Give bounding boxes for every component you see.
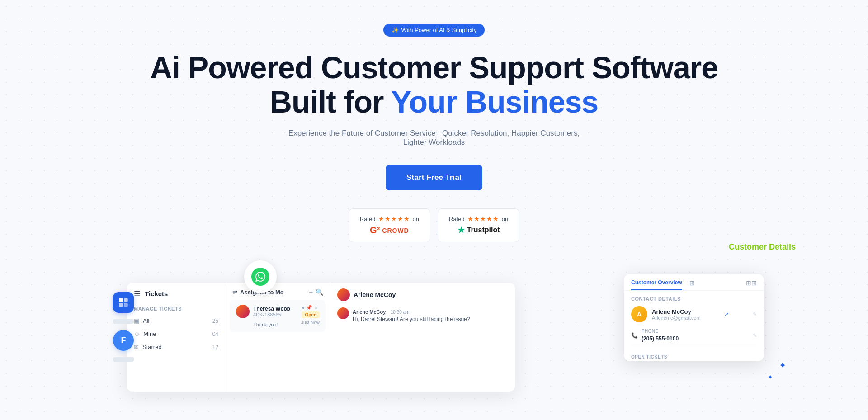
chat-message: Arlene McCoy 10:30 am Hi, Darrel Steward… (337, 307, 508, 323)
phone-field-left: 📞 PHONE (205) 555-0100 (631, 329, 679, 342)
contact-person-name: Arlene McCoy (652, 308, 701, 315)
sparkle-icon-1: ✦ (779, 360, 787, 371)
customer-tab-icon-1[interactable]: ⊞ (689, 279, 695, 290)
ticket-status-badge: Open (302, 311, 320, 318)
contact-details-section: Contact Details A Arlene McCoy Arlenemc@… (624, 291, 764, 351)
g2-rating-top: Rated ★★★★★ on (360, 215, 419, 222)
nav-all-label: All (143, 317, 149, 324)
chat-msg-text: Hi, Darrel Steward! Are you still facing… (353, 316, 508, 323)
app-icon-container: F (113, 292, 134, 362)
contact-person-email: Arlenemc@gmail.com (652, 315, 701, 321)
trustpilot-rating-top: Rated ★★★★★ on (449, 215, 508, 222)
add-icon[interactable]: + (309, 288, 313, 296)
customer-details-annotation: Customer Details (729, 242, 796, 252)
ui-preview-section: F ☰ Tickets Manage Tickets (0, 269, 868, 396)
hero-subtitle: Experience the Future of Customer Servic… (280, 129, 588, 147)
ticket-person-name: Theresa Webb (253, 306, 290, 312)
phone-field-row: 📞 PHONE (205) 555-0100 ✎ (631, 326, 757, 345)
g2-on-label: on (413, 216, 419, 222)
ticket-message: Thank you! (253, 322, 278, 327)
contact-person-avatar: A (631, 306, 647, 322)
trustpilot-star-icon: ★ (458, 225, 465, 235)
app-secondary-icon: F (113, 330, 134, 351)
contact-link-icon[interactable]: ↗ (724, 311, 729, 317)
hero-line2-highlight: Your Business (391, 85, 598, 119)
whatsapp-icon (251, 268, 269, 286)
chat-msg-avatar (337, 307, 349, 319)
chat-msg-time: 10:30 am (391, 310, 410, 315)
trustpilot-text: Trustpilot (467, 226, 500, 234)
contact-person-info: Arlene McCoy Arlenemc@gmail.com (652, 308, 701, 321)
manage-tickets-label: Manage Tickets (127, 302, 226, 314)
nav-all-left: ▣ All (134, 317, 149, 324)
g2-crowd-text: CROWD (382, 227, 409, 234)
ticket-avatar (236, 305, 250, 318)
customer-tab-icon-2[interactable]: ⊞⊞ (746, 279, 757, 290)
g2-rated-label: Rated (360, 216, 376, 222)
trustpilot-on-label: on (502, 216, 508, 222)
ticket-icon-1: ● (302, 305, 305, 311)
sparkle-icon-2: ✦ (768, 373, 773, 381)
svg-rect-2 (119, 303, 123, 307)
page-wrapper: ✨ With Power of AI & Simplicity Ai Power… (0, 0, 868, 396)
contact-edit-icon[interactable]: ✎ (753, 311, 757, 317)
ai-badge: ✨ With Power of AI & Simplicity (383, 24, 485, 37)
contact-person-row: A Arlene McCoy Arlenemc@gmail.com ↗ ✎ (631, 306, 757, 322)
hero-line2-prefix: Built for (270, 85, 391, 119)
whatsapp-bubble[interactable] (244, 260, 277, 293)
trustpilot-stars: ★★★★★ (467, 215, 499, 222)
app-icon-strip-2 (113, 357, 134, 362)
chat-msg-sender: Arlene McCoy (353, 309, 386, 315)
nav-starred-label: Starred (142, 344, 162, 350)
start-free-trial-button[interactable]: Start Free Trial (386, 165, 482, 190)
svg-rect-3 (124, 303, 128, 307)
assigned-header: ⇌ Assigned to Me + 🔍 (226, 288, 330, 300)
assigned-actions: + 🔍 (309, 288, 323, 296)
svg-rect-1 (124, 298, 128, 302)
chat-contact-name: Arlene McCoy (354, 291, 396, 298)
chat-panel: Arlene McCoy Arlene McCoy 10:30 am Hi, D… (330, 283, 515, 392)
phone-icon: 📞 (631, 332, 638, 339)
g2-rating-card: Rated ★★★★★ on G² CROWD (349, 208, 430, 242)
ticket-sidebar: ☰ Tickets Manage Tickets ▣ All 25 ☺ Mine (127, 283, 226, 392)
hero-line1: Ai Powered Customer Support Software (150, 50, 718, 85)
customer-overview-tab[interactable]: Customer Overview (631, 279, 682, 290)
open-tickets-label: OPEN TICKETS (624, 351, 764, 361)
hamburger-icon: ☰ (134, 289, 140, 298)
ticket-panel-title: Tickets (145, 290, 168, 297)
assigned-title-icon: ⇌ (232, 289, 237, 296)
chat-header-avatar (337, 288, 350, 301)
chat-header: Arlene McCoy (337, 288, 508, 301)
customer-tabs: Customer Overview ⊞ ⊞⊞ (624, 274, 764, 291)
nav-all[interactable]: ▣ All 25 (127, 314, 226, 327)
phone-label: PHONE (642, 329, 679, 334)
ratings-row: Rated ★★★★★ on G² CROWD Rated ★★★★★ on ★… (349, 208, 519, 242)
customer-details-panel: Customer Overview ⊞ ⊞⊞ Contact Details A… (624, 274, 764, 361)
assigned-panel: ⇌ Assigned to Me + 🔍 Ther (226, 283, 330, 392)
chat-msg-content: Arlene McCoy 10:30 am Hi, Darrel Steward… (353, 307, 508, 323)
badge-text: With Power of AI & Simplicity (401, 27, 477, 33)
ticket-time: Just Now (301, 320, 320, 327)
ticket-header-row: ☰ Tickets (127, 289, 226, 302)
ticket-item[interactable]: Theresa Webb #DK-188565 ● 📌 ☆ (230, 300, 326, 332)
trustpilot-rated-label: Rated (449, 216, 465, 222)
search-icon[interactable]: 🔍 (316, 288, 323, 296)
app-icon-strip (113, 319, 134, 324)
nav-starred[interactable]: ✉ Starred 12 (127, 340, 226, 354)
hero-heading: Ai Powered Customer Support Software Bui… (150, 50, 718, 119)
nav-mine-label: Mine (143, 330, 156, 337)
nav-mine[interactable]: ☺ Mine 04 (127, 327, 226, 340)
contact-person-left: A Arlene McCoy Arlenemc@gmail.com (631, 306, 701, 322)
phone-info: PHONE (205) 555-0100 (642, 329, 679, 342)
ticket-status-icons: ● 📌 ☆ (302, 305, 320, 311)
all-icon: ▣ (134, 317, 139, 324)
ticket-panel: ☰ Tickets Manage Tickets ▣ All 25 ☺ Mine (127, 283, 515, 392)
ticket-info: Theresa Webb #DK-188565 ● 📌 ☆ (253, 305, 320, 327)
nav-mine-count: 04 (212, 331, 218, 337)
phone-edit-icon[interactable]: ✎ (753, 333, 757, 339)
g2-logo: G² CROWD (370, 225, 409, 236)
contact-details-label: Contact Details (631, 296, 757, 302)
ticket-icon-2: 📌 (306, 305, 312, 311)
chat-msg-header: Arlene McCoy 10:30 am (353, 307, 508, 316)
mine-icon: ☺ (134, 330, 140, 337)
